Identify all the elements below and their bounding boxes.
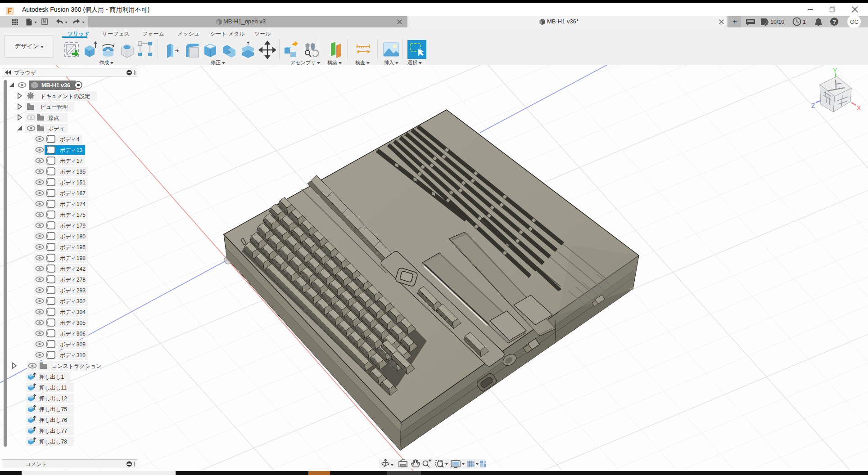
svg-text:押し出し11: 押し出し11: [39, 385, 67, 391]
svg-text:ボディ278: ボディ278: [60, 277, 86, 283]
svg-text:ボディ302: ボディ302: [60, 298, 86, 305]
svg-text:ボディ175: ボディ175: [60, 212, 86, 218]
svg-text:押し出し78: 押し出し78: [39, 439, 67, 445]
svg-text:ボディ310: ボディ310: [60, 352, 86, 358]
svg-text:ボディ293: ボディ293: [60, 287, 86, 294]
svg-text:ボディ17: ボディ17: [60, 158, 83, 164]
svg-text:押し出し75: 押し出し75: [39, 406, 67, 412]
svg-text:ボディ198: ボディ198: [60, 255, 86, 261]
svg-text:原点: 原点: [48, 115, 59, 121]
svg-text:ドキュメントの設定: ドキュメントの設定: [41, 93, 90, 99]
svg-text:ボディ242: ボディ242: [60, 266, 86, 272]
svg-text:ボディ305: ボディ305: [60, 320, 86, 326]
svg-text:ボディ306: ボディ306: [60, 331, 86, 337]
svg-text:コンストラクション: コンストラクション: [52, 363, 102, 369]
svg-text:1: 1: [803, 19, 806, 25]
svg-text:GC: GC: [850, 19, 859, 25]
svg-text:ボディ179: ボディ179: [60, 223, 86, 229]
svg-text:押し出し12: 押し出し12: [39, 395, 67, 402]
svg-text:Y: Y: [833, 67, 837, 74]
svg-text:MB-H1 v36: MB-H1 v36: [41, 82, 70, 89]
svg-text:ボディ167: ボディ167: [60, 190, 86, 197]
svg-text:押し出し77: 押し出し77: [39, 428, 67, 434]
svg-text:押し出し76: 押し出し76: [39, 417, 67, 423]
svg-text:ボディ135: ボディ135: [60, 169, 86, 175]
svg-text:ボディ195: ボディ195: [60, 244, 86, 251]
svg-text:ボディ4: ボディ4: [60, 136, 80, 143]
svg-text:?: ?: [832, 18, 836, 25]
svg-text:ボディ: ボディ: [48, 125, 65, 132]
svg-text:ボディ13: ボディ13: [60, 147, 83, 153]
svg-text:ボディ309: ボディ309: [60, 341, 86, 348]
svg-text:ボディ151: ボディ151: [60, 179, 86, 186]
svg-text:X: X: [857, 104, 861, 112]
svg-text:ビュー管理: ビュー管理: [41, 104, 68, 110]
svg-text:ボディ174: ボディ174: [60, 201, 86, 207]
svg-text:10/10: 10/10: [770, 19, 784, 25]
svg-text:ボディ180: ボディ180: [60, 233, 86, 240]
svg-text:ボディ304: ボディ304: [60, 309, 86, 315]
svg-text:Z: Z: [811, 102, 815, 109]
svg-text:押し出し1: 押し出し1: [39, 374, 64, 380]
